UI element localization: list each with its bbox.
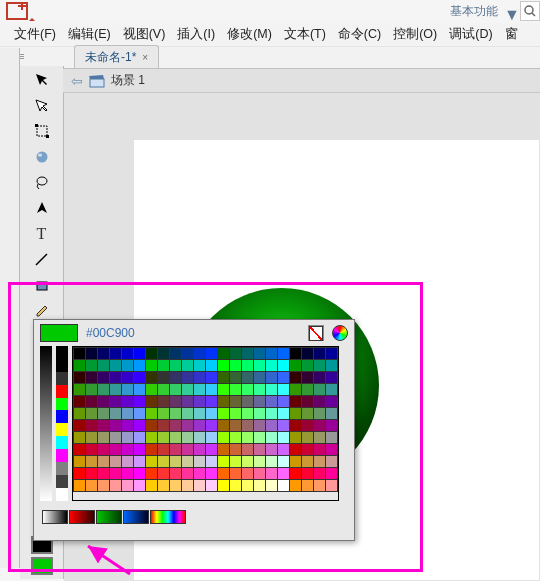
palette-cell[interactable]	[74, 444, 86, 456]
scene-name[interactable]: 场景 1	[111, 72, 145, 89]
basic-color-cell[interactable]	[56, 449, 68, 462]
palette-cell[interactable]	[314, 348, 326, 360]
palette-cell[interactable]	[194, 408, 206, 420]
palette-cell[interactable]	[290, 360, 302, 372]
palette-cell[interactable]	[110, 348, 122, 360]
close-tab-icon[interactable]: ×	[142, 52, 148, 63]
menu-window[interactable]: 窗	[505, 26, 518, 43]
palette-cell[interactable]	[98, 396, 110, 408]
palette-cell[interactable]	[266, 372, 278, 384]
palette-cell[interactable]	[206, 420, 218, 432]
palette-cell[interactable]	[146, 468, 158, 480]
palette-cell[interactable]	[218, 372, 230, 384]
color-wheel-button[interactable]	[332, 325, 348, 341]
palette-cell[interactable]	[218, 396, 230, 408]
palette-cell[interactable]	[302, 360, 314, 372]
palette-cell[interactable]	[170, 384, 182, 396]
palette-cell[interactable]	[290, 468, 302, 480]
palette-cell[interactable]	[278, 420, 290, 432]
palette-cell[interactable]	[158, 372, 170, 384]
document-tab[interactable]: 未命名-1* ×	[74, 45, 159, 68]
palette-cell[interactable]	[206, 396, 218, 408]
palette-cell[interactable]	[302, 444, 314, 456]
palette-cell[interactable]	[266, 444, 278, 456]
palette-cell[interactable]	[170, 444, 182, 456]
palette-cell[interactable]	[290, 432, 302, 444]
palette-cell[interactable]	[146, 348, 158, 360]
basic-color-cell[interactable]	[56, 372, 68, 385]
palette-cell[interactable]	[146, 420, 158, 432]
palette-cell[interactable]	[182, 420, 194, 432]
palette-cell[interactable]	[230, 456, 242, 468]
palette-cell[interactable]	[74, 420, 86, 432]
palette-cell[interactable]	[134, 456, 146, 468]
menu-modify[interactable]: 修改(M)	[227, 26, 272, 43]
palette-cell[interactable]	[254, 480, 266, 492]
palette-cell[interactable]	[206, 444, 218, 456]
palette-cell[interactable]	[230, 360, 242, 372]
palette-cell[interactable]	[266, 432, 278, 444]
palette-cell[interactable]	[98, 372, 110, 384]
palette-cell[interactable]	[218, 384, 230, 396]
palette-cell[interactable]	[182, 372, 194, 384]
palette-cell[interactable]	[266, 384, 278, 396]
workspace-dropdown-icon[interactable]: ▼	[504, 6, 514, 16]
palette-cell[interactable]	[290, 420, 302, 432]
palette-cell[interactable]	[86, 456, 98, 468]
palette-cell[interactable]	[302, 372, 314, 384]
palette-cell[interactable]	[110, 360, 122, 372]
palette-cell[interactable]	[326, 444, 338, 456]
palette-cell[interactable]	[230, 480, 242, 492]
palette-cell[interactable]	[326, 360, 338, 372]
palette-cell[interactable]	[326, 384, 338, 396]
palette-cell[interactable]	[266, 456, 278, 468]
palette-cell[interactable]	[170, 408, 182, 420]
palette-cell[interactable]	[218, 468, 230, 480]
palette-cell[interactable]	[74, 372, 86, 384]
basic-color-cell[interactable]	[56, 410, 68, 423]
palette-cell[interactable]	[110, 372, 122, 384]
palette-cell[interactable]	[194, 360, 206, 372]
basic-color-cell[interactable]	[56, 359, 68, 372]
basic-color-cell[interactable]	[56, 385, 68, 398]
palette-cell[interactable]	[290, 384, 302, 396]
palette-cell[interactable]	[170, 420, 182, 432]
palette-cell[interactable]	[182, 408, 194, 420]
subselect-tool[interactable]	[30, 96, 54, 116]
palette-cell[interactable]	[98, 348, 110, 360]
palette-cell[interactable]	[266, 408, 278, 420]
palette-cell[interactable]	[86, 360, 98, 372]
menu-control[interactable]: 控制(O)	[393, 26, 437, 43]
basic-color-cell[interactable]	[56, 436, 68, 449]
palette-cell[interactable]	[206, 432, 218, 444]
palette-cell[interactable]	[170, 432, 182, 444]
palette-cell[interactable]	[158, 360, 170, 372]
palette-cell[interactable]	[158, 348, 170, 360]
palette-cell[interactable]	[122, 348, 134, 360]
palette-cell[interactable]	[266, 468, 278, 480]
basic-color-cell[interactable]	[56, 475, 68, 488]
palette-cell[interactable]	[134, 444, 146, 456]
palette-cell[interactable]	[302, 480, 314, 492]
palette-cell[interactable]	[74, 456, 86, 468]
palette-cell[interactable]	[290, 396, 302, 408]
palette-cell[interactable]	[326, 468, 338, 480]
palette-cell[interactable]	[122, 384, 134, 396]
text-tool[interactable]: T	[30, 224, 54, 244]
palette-cell[interactable]	[194, 468, 206, 480]
palette-cell[interactable]	[86, 384, 98, 396]
palette-cell[interactable]	[74, 468, 86, 480]
palette-cell[interactable]	[254, 432, 266, 444]
palette-cell[interactable]	[230, 468, 242, 480]
palette-cell[interactable]	[194, 444, 206, 456]
palette-cell[interactable]	[98, 468, 110, 480]
palette-cell[interactable]	[326, 432, 338, 444]
palette-cell[interactable]	[254, 372, 266, 384]
palette-cell[interactable]	[158, 456, 170, 468]
palette-cell[interactable]	[218, 432, 230, 444]
palette-cell[interactable]	[194, 384, 206, 396]
palette-cell[interactable]	[290, 372, 302, 384]
palette-cell[interactable]	[146, 480, 158, 492]
palette-cell[interactable]	[158, 408, 170, 420]
rectangle-tool[interactable]	[30, 276, 54, 296]
